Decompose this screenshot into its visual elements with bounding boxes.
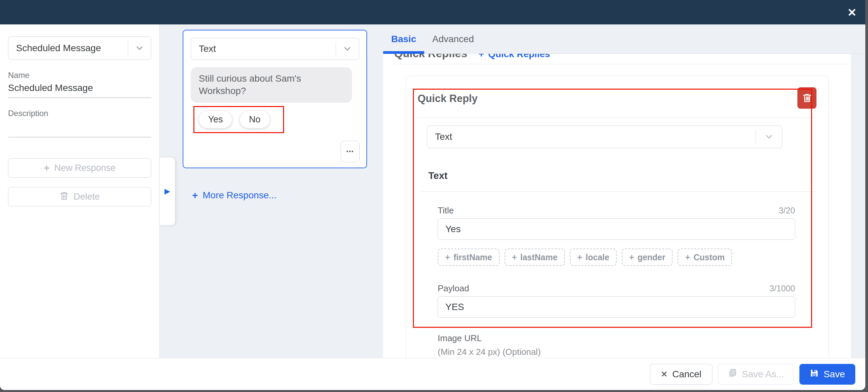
plus-icon: + xyxy=(192,190,198,201)
text-section-heading: Text xyxy=(428,170,816,181)
new-response-label: New Response xyxy=(54,163,116,173)
plus-icon: + xyxy=(629,252,634,263)
footer-action-bar: ✕ Cancel Save As... xyxy=(0,358,865,390)
divider xyxy=(420,191,816,192)
ellipsis-icon: ••• xyxy=(346,149,354,155)
copy-icon xyxy=(728,368,737,380)
payload-label: Payload xyxy=(438,283,469,294)
chip-label: gender xyxy=(638,253,665,262)
chip-gender[interactable]: + gender xyxy=(622,249,673,266)
chevron-down-icon xyxy=(756,132,782,142)
description-input[interactable] xyxy=(8,118,151,137)
save-as-button[interactable]: Save As... xyxy=(718,364,794,385)
quick-reply-type-select[interactable]: Text xyxy=(427,125,782,148)
divider xyxy=(417,118,816,118)
image-url-label: Image URL xyxy=(438,333,795,344)
plus-icon: + xyxy=(685,252,690,263)
quick-reply-pill-yes[interactable]: Yes xyxy=(199,111,232,128)
response-card[interactable]: Text Still curious about Sam's Workshop?… xyxy=(183,30,367,168)
variable-chips: + firstName + lastName + locale xyxy=(438,249,795,266)
quick-replies-heading: Quick Replies xyxy=(394,54,467,60)
tab-bar: Basic Advanced xyxy=(383,25,865,54)
divider xyxy=(394,64,851,64)
collapse-arrow-icon: ▶ xyxy=(165,187,170,196)
quick-reply-type-value: Text xyxy=(427,131,755,142)
description-label: Description xyxy=(8,109,151,118)
payload-counter: 3/1000 xyxy=(770,284,795,293)
preview-canvas: Text Still curious about Sam's Workshop?… xyxy=(160,25,383,358)
save-icon xyxy=(810,368,819,380)
more-response-link[interactable]: + More Response... xyxy=(192,190,277,201)
close-icon: ✕ xyxy=(661,369,668,379)
chip-custom[interactable]: + Custom xyxy=(678,249,732,266)
scrollbar-track[interactable] xyxy=(851,54,865,358)
save-as-label: Save As... xyxy=(742,369,784,380)
plus-icon: + xyxy=(478,54,484,60)
card-options-button[interactable]: ••• xyxy=(341,141,360,162)
plus-icon: + xyxy=(577,252,582,263)
chip-locale[interactable]: + locale xyxy=(570,249,617,266)
chip-lastname[interactable]: + lastName xyxy=(505,249,565,266)
add-quick-reply-label: Quick Replies xyxy=(488,54,550,60)
scheduled-message-modal: ✕ Scheduled Message Name Description + N… xyxy=(0,0,865,390)
chevron-down-icon xyxy=(128,43,151,53)
active-tab-indicator xyxy=(383,51,424,54)
save-button[interactable]: Save xyxy=(799,364,855,385)
tab-advanced[interactable]: Advanced xyxy=(424,25,482,54)
trash-icon xyxy=(802,93,812,104)
payload-input[interactable] xyxy=(438,296,795,318)
panel-content: Quick Replies + Quick Replies Quick Repl… xyxy=(383,54,851,358)
chip-firstname[interactable]: + firstName xyxy=(438,249,500,266)
message-type-value: Scheduled Message xyxy=(8,43,128,54)
title-label: Title xyxy=(438,205,454,216)
modal-body: Scheduled Message Name Description + New… xyxy=(0,25,865,358)
name-input[interactable] xyxy=(8,80,151,98)
chip-label: locale xyxy=(586,253,609,262)
plus-icon: + xyxy=(512,252,517,263)
delete-response-button[interactable]: Delete xyxy=(8,187,151,206)
modal-header: ✕ xyxy=(0,0,865,25)
tab-basic-label: Basic xyxy=(391,34,416,44)
name-label: Name xyxy=(8,71,151,80)
quick-reply-annotation-box: Yes No xyxy=(193,106,284,133)
more-response-label: More Response... xyxy=(203,190,277,201)
section-heading-row: Quick Replies + Quick Replies xyxy=(394,54,851,64)
message-type-select[interactable]: Scheduled Message xyxy=(8,36,151,60)
chip-label: firstName xyxy=(454,253,492,262)
title-input[interactable] xyxy=(438,219,795,240)
close-icon: ✕ xyxy=(847,6,857,19)
quick-reply-pill-no[interactable]: No xyxy=(240,111,270,128)
cancel-label: Cancel xyxy=(672,369,701,380)
chevron-down-icon xyxy=(336,44,359,54)
new-response-button[interactable]: + New Response xyxy=(8,158,151,177)
response-type-value: Text xyxy=(191,43,336,54)
response-type-select[interactable]: Text xyxy=(191,38,359,60)
title-counter: 3/20 xyxy=(779,206,795,216)
trash-icon xyxy=(60,191,69,203)
chip-label: lastName xyxy=(520,253,557,262)
tab-basic[interactable]: Basic xyxy=(383,25,424,54)
message-bubble[interactable]: Still curious about Sam's Workshop? xyxy=(191,67,352,103)
close-button[interactable]: ✕ xyxy=(847,7,857,18)
quick-reply-title: Quick Reply xyxy=(417,93,477,105)
delete-quick-reply-button[interactable] xyxy=(797,87,816,109)
plus-icon: + xyxy=(44,163,50,173)
tab-advanced-label: Advanced xyxy=(432,34,474,44)
properties-panel: Basic Advanced Quick Replies + Quick Rep… xyxy=(383,25,865,358)
cancel-button[interactable]: ✕ Cancel xyxy=(650,364,712,385)
plus-icon: + xyxy=(445,252,450,263)
add-quick-reply-link[interactable]: + Quick Replies xyxy=(478,54,550,60)
save-label: Save xyxy=(824,369,845,380)
sidebar-collapse-handle[interactable]: ▶ xyxy=(160,158,175,225)
delete-label: Delete xyxy=(73,192,100,202)
sidebar: Scheduled Message Name Description + New… xyxy=(0,25,160,358)
chip-label: Custom xyxy=(694,253,725,262)
quick-reply-card: Quick Reply Text xyxy=(406,75,829,358)
image-url-hint: (Min 24 x 24 px) (Optional) xyxy=(438,347,795,357)
